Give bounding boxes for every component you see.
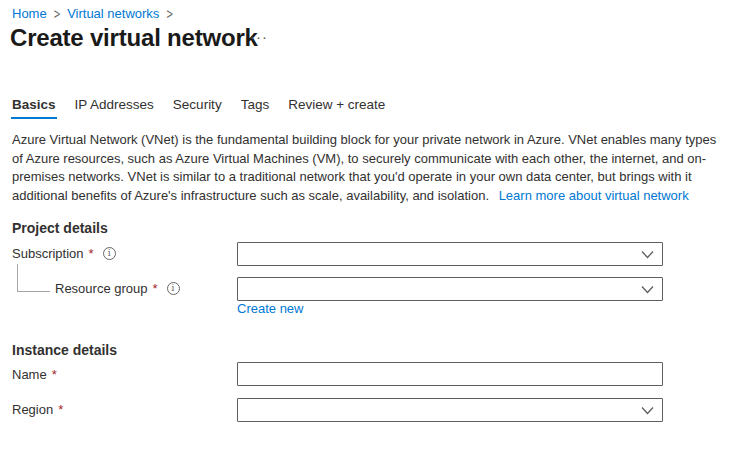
info-icon[interactable]: i [103,247,116,260]
parent-child-connector-line [17,264,50,292]
more-options-button[interactable]: ··· [250,28,268,45]
required-marker: * [89,246,94,261]
intro-paragraph: Azure Virtual Network (VNet) is the fund… [12,131,720,205]
learn-more-link[interactable]: Learn more about virtual network [499,188,689,203]
tab-security[interactable]: Security [173,97,222,119]
subscription-label-text: Subscription [12,246,84,261]
subscription-label: Subscription * i [12,246,116,261]
chevron-down-icon [641,285,654,294]
info-icon[interactable]: i [167,282,180,295]
page-title: Create virtual network [10,24,258,52]
project-details-heading: Project details [12,220,108,236]
breadcrumb-separator: > [54,6,60,21]
chevron-down-icon [641,250,654,259]
breadcrumb-link-virtual-networks[interactable]: Virtual networks [67,6,159,21]
name-input[interactable] [237,362,663,386]
region-label: Region * [12,402,63,417]
resource-group-dropdown[interactable] [237,277,663,301]
create-new-link[interactable]: Create new [237,301,303,316]
region-label-text: Region [12,402,53,417]
name-label: Name * [12,367,57,382]
breadcrumb-separator: > [166,6,172,21]
breadcrumb: Home > Virtual networks > [12,6,173,21]
resource-group-label: Resource group * i [55,281,180,296]
tab-tags[interactable]: Tags [241,97,270,119]
region-dropdown[interactable] [237,398,663,422]
chevron-down-icon [641,406,654,415]
required-marker: * [52,367,57,382]
breadcrumb-link-home[interactable]: Home [12,6,47,21]
required-marker: * [58,402,63,417]
subscription-dropdown[interactable] [237,242,663,266]
tab-bar: Basics IP Addresses Security Tags Review… [12,97,385,119]
tab-review-create[interactable]: Review + create [288,97,385,119]
name-label-text: Name [12,367,47,382]
tab-basics[interactable]: Basics [12,97,56,119]
required-marker: * [153,281,158,296]
resource-group-label-text: Resource group [55,281,148,296]
tab-ip-addresses[interactable]: IP Addresses [75,97,154,119]
instance-details-heading: Instance details [12,342,117,358]
